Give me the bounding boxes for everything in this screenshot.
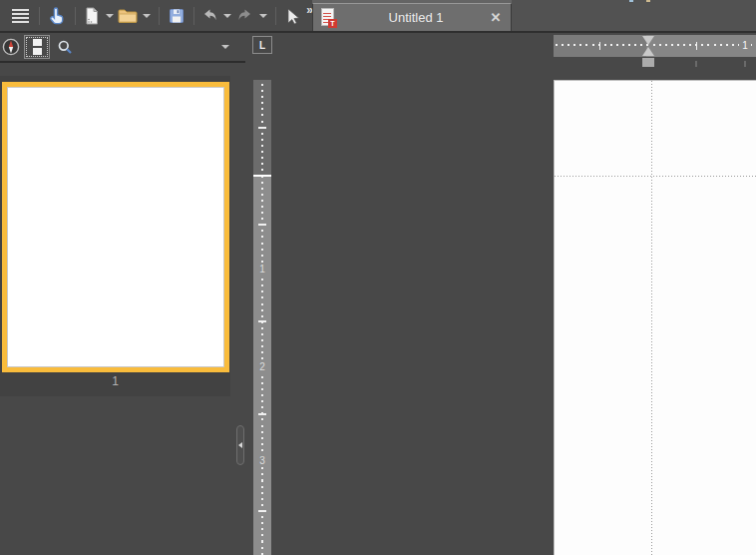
v-ruler-ticks xyxy=(261,84,263,555)
panel-toolbar xyxy=(0,33,245,61)
tab-title: Untitled 1 xyxy=(343,10,489,25)
toolbar-separator xyxy=(159,7,160,25)
horizontal-ruler[interactable]: 1 xyxy=(554,35,756,57)
tab-close-icon[interactable]: ✕ xyxy=(489,10,503,25)
search-icon[interactable] xyxy=(57,39,74,56)
toolbar-separator xyxy=(193,7,194,25)
vertical-ruler[interactable]: 1 2 3 xyxy=(253,80,271,555)
v-ruler-number: 1 xyxy=(253,264,271,276)
toolbar-separator xyxy=(275,7,276,25)
navigator-compass-icon[interactable] xyxy=(2,38,20,56)
thumbnail-square-icon xyxy=(33,48,42,55)
v-ruler-halfinch-tick xyxy=(258,510,266,512)
tab-stop-selector-button[interactable]: L xyxy=(252,36,272,54)
first-line-indent-marker[interactable] xyxy=(642,36,654,45)
page-list-item-selected[interactable]: 1 xyxy=(0,76,230,396)
new-document-button[interactable] xyxy=(81,3,103,29)
toolbar-separator xyxy=(39,7,40,25)
main-toolbar: » xyxy=(0,0,312,31)
menu-icon xyxy=(12,9,29,23)
pan-hand-icon xyxy=(47,6,67,26)
h-ruler-halfinch-tick xyxy=(696,42,697,50)
h-ruler-number: 1 xyxy=(739,39,751,52)
undo-icon xyxy=(200,7,218,25)
redo-icon xyxy=(236,7,254,25)
default-tabstop-tick xyxy=(695,61,697,67)
select-tool-button[interactable] xyxy=(281,3,303,29)
top-bar-filler xyxy=(512,0,756,31)
tab-document-icon: T xyxy=(321,8,337,28)
page-thumbnail-selected[interactable] xyxy=(2,82,229,372)
panel-divider xyxy=(0,61,245,63)
clipped-icon-fragment xyxy=(646,0,650,2)
v-ruler-number: 2 xyxy=(253,361,271,373)
open-folder-icon xyxy=(117,7,139,25)
open-button[interactable] xyxy=(117,3,141,29)
left-margin-guide xyxy=(651,81,652,555)
page-number-label: 1 xyxy=(0,374,230,388)
menu-button[interactable] xyxy=(8,3,34,29)
h-ruler-halfinch-tick xyxy=(599,42,600,50)
clipped-icon-fragment xyxy=(629,0,633,2)
document-canvas[interactable]: L 1 1 2 3 xyxy=(245,33,756,555)
toolbar-separator xyxy=(75,7,76,25)
textmaker-badge-icon: T xyxy=(328,19,337,28)
redo-button[interactable] xyxy=(234,3,256,29)
v-ruler-halfinch-tick xyxy=(258,320,266,322)
new-document-icon xyxy=(83,6,101,26)
undo-dropdown-icon[interactable] xyxy=(223,14,231,18)
new-document-dropdown-icon[interactable] xyxy=(106,14,114,18)
v-ruler-margin-line xyxy=(253,175,271,177)
collapse-arrow-icon xyxy=(238,442,242,448)
panel-collapse-handle[interactable] xyxy=(236,425,244,465)
top-bar: » T Untitled 1 ✕ xyxy=(0,0,756,31)
h-ruler-ticks xyxy=(556,44,756,46)
v-ruler-halfinch-tick xyxy=(258,413,266,415)
page-thumbnails-view-button[interactable] xyxy=(24,35,50,59)
tab-zone: T Untitled 1 ✕ xyxy=(312,0,512,31)
save-button[interactable] xyxy=(165,3,189,29)
pan-hand-button[interactable] xyxy=(44,3,70,29)
thumbnail-square-icon xyxy=(33,39,42,46)
hanging-indent-marker[interactable] xyxy=(642,47,654,56)
top-margin-guide xyxy=(555,176,756,177)
select-cursor-icon xyxy=(283,7,301,25)
document-tab[interactable]: T Untitled 1 ✕ xyxy=(312,3,512,31)
v-ruler-halfinch-tick xyxy=(258,224,266,226)
redo-dropdown-icon[interactable] xyxy=(259,14,267,18)
undo-button[interactable] xyxy=(199,3,221,29)
page-thumbnail-preview xyxy=(7,87,224,367)
default-tabstop-tick xyxy=(744,61,746,67)
open-dropdown-icon[interactable] xyxy=(143,14,151,18)
panel-dropdown-icon[interactable] xyxy=(221,45,229,49)
v-ruler-halfinch-tick xyxy=(258,127,266,129)
save-icon xyxy=(168,7,186,25)
document-page[interactable] xyxy=(554,80,756,555)
page-thumbnails-panel: 1 xyxy=(0,33,245,555)
v-ruler-number: 3 xyxy=(253,455,271,467)
left-indent-marker[interactable] xyxy=(642,58,654,67)
